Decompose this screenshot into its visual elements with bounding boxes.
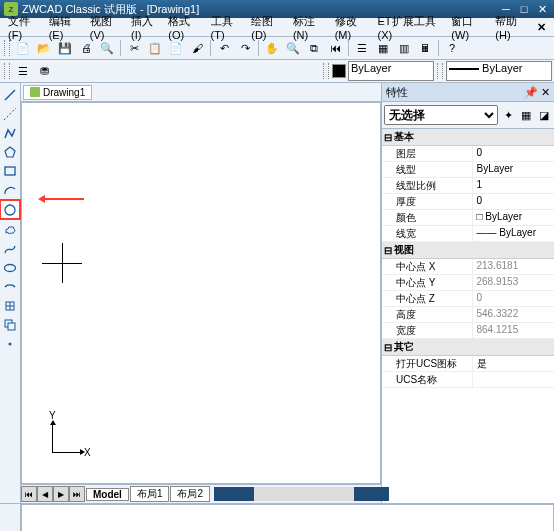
menu-tools[interactable]: 工具(T) [207, 14, 248, 41]
prop-row[interactable]: 线宽—— ByLayer [382, 226, 554, 242]
matchprop-icon[interactable]: 🖌 [187, 38, 207, 58]
layout-tab-1[interactable]: 布局1 [130, 486, 170, 502]
polyline-icon[interactable] [0, 123, 20, 142]
arc-icon[interactable] [0, 180, 20, 199]
menu-dimension[interactable]: 标注(N) [289, 14, 331, 41]
redo-icon[interactable]: ↷ [235, 38, 255, 58]
zoom-icon[interactable]: 🔍 [283, 38, 303, 58]
color-control[interactable]: ByLayer [332, 61, 434, 81]
toolbar-handle[interactable] [4, 63, 10, 79]
close-button[interactable]: ✕ [534, 2, 550, 16]
properties-grid[interactable]: ⊟基本图层0线型ByLayer线型比例1厚度0颜色□ ByLayer线宽—— B… [382, 129, 554, 503]
calc-icon[interactable]: 🖩 [415, 38, 435, 58]
print-icon[interactable]: 🖨 [76, 38, 96, 58]
prop-row[interactable]: 线型比例1 [382, 178, 554, 194]
pickadd-icon[interactable]: ◪ [536, 107, 552, 123]
toolbar-handle[interactable] [437, 63, 443, 79]
mdi-close-button[interactable]: ✕ [533, 21, 550, 34]
tab-nav-first-icon[interactable]: ⏮ [21, 486, 37, 502]
zoom-prev-icon[interactable]: ⏮ [325, 38, 345, 58]
prop-value[interactable]: 0 [473, 146, 555, 161]
zoom-window-icon[interactable]: ⧉ [304, 38, 324, 58]
linetype-combo[interactable]: ByLayer [446, 61, 552, 81]
constructionline-icon[interactable] [0, 104, 20, 123]
point-icon[interactable] [0, 334, 20, 353]
selectobjects-icon[interactable]: ▦ [518, 107, 534, 123]
hscrollbar[interactable] [214, 487, 381, 501]
pan-icon[interactable]: ✋ [262, 38, 282, 58]
tab-nav-next-icon[interactable]: ▶ [53, 486, 69, 502]
menu-format[interactable]: 格式(O) [164, 14, 206, 41]
model-tab[interactable]: Model [86, 488, 129, 501]
undo-icon[interactable]: ↶ [214, 38, 234, 58]
command-history[interactable] [21, 504, 554, 531]
prop-value[interactable]: □ ByLayer [473, 210, 555, 225]
menu-draw[interactable]: 绘图(D) [247, 14, 289, 41]
expand-icon[interactable]: ⊟ [384, 342, 394, 353]
circle-icon[interactable] [0, 199, 21, 220]
prop-group-header[interactable]: ⊟基本 [382, 129, 554, 146]
layer-manager-icon[interactable]: ☰ [13, 61, 33, 81]
preview-icon[interactable]: 🔍 [97, 38, 117, 58]
paste-icon[interactable]: 📄 [166, 38, 186, 58]
polygon-icon[interactable] [0, 142, 20, 161]
drawing-tab[interactable]: Drawing1 [23, 85, 92, 100]
drawing-canvas[interactable]: Y X [21, 102, 381, 484]
panel-close-icon[interactable]: ✕ [541, 86, 550, 98]
prop-group-header[interactable]: ⊟视图 [382, 242, 554, 259]
cut-icon[interactable]: ✂ [124, 38, 144, 58]
quickselect-icon[interactable]: ✦ [500, 107, 516, 123]
line-icon[interactable] [0, 85, 20, 104]
save-icon[interactable]: 💾 [55, 38, 75, 58]
prop-value[interactable]: 1 [473, 178, 555, 193]
menu-view[interactable]: 视图(V) [86, 14, 127, 41]
designcenter-icon[interactable]: ▦ [373, 38, 393, 58]
tab-nav-prev-icon[interactable]: ◀ [37, 486, 53, 502]
tab-nav-last-icon[interactable]: ⏭ [69, 486, 85, 502]
prop-row[interactable]: 厚度0 [382, 194, 554, 210]
copy-icon[interactable]: 📋 [145, 38, 165, 58]
prop-row[interactable]: 线型ByLayer [382, 162, 554, 178]
menu-edit[interactable]: 编辑(E) [45, 14, 86, 41]
menu-insert[interactable]: 插入(I) [127, 14, 164, 41]
prop-row[interactable]: 中心点 Y268.9153 [382, 275, 554, 291]
menu-file[interactable]: 文件(F) [4, 14, 45, 41]
toolbar-handle[interactable] [4, 40, 10, 56]
makeblock-icon[interactable] [0, 315, 20, 334]
prop-value[interactable]: 是 [473, 356, 555, 371]
toolpalette-icon[interactable]: ▥ [394, 38, 414, 58]
ellipsearc-icon[interactable] [0, 277, 20, 296]
prop-row[interactable]: 颜色□ ByLayer [382, 210, 554, 226]
prop-row[interactable]: 图层0 [382, 146, 554, 162]
prop-group-header[interactable]: ⊟其它 [382, 339, 554, 356]
expand-icon[interactable]: ⊟ [384, 245, 394, 256]
linetype-control[interactable]: ByLayer [446, 61, 552, 81]
rectangle-icon[interactable] [0, 161, 20, 180]
toolbar-handle[interactable] [323, 63, 329, 79]
prop-row[interactable]: 高度546.3322 [382, 307, 554, 323]
menu-modify[interactable]: 修改(M) [331, 14, 374, 41]
properties-icon[interactable]: ☰ [352, 38, 372, 58]
prop-value[interactable] [473, 372, 555, 387]
new-icon[interactable]: 📄 [13, 38, 33, 58]
open-icon[interactable]: 📂 [34, 38, 54, 58]
selection-combo[interactable]: 无选择 [384, 105, 498, 125]
prop-row[interactable]: 宽度864.1215 [382, 323, 554, 339]
prop-row[interactable]: 中心点 X213.6181 [382, 259, 554, 275]
help-icon[interactable]: ? [442, 38, 462, 58]
prop-value[interactable]: 0 [473, 194, 555, 209]
menu-et[interactable]: ET扩展工具(X) [374, 14, 448, 41]
layout-tab-2[interactable]: 布局2 [170, 486, 210, 502]
revcloud-icon[interactable] [0, 220, 20, 239]
menu-window[interactable]: 窗口(W) [447, 14, 491, 41]
prop-row[interactable]: UCS名称 [382, 372, 554, 388]
expand-icon[interactable]: ⊟ [384, 132, 394, 143]
ellipse-icon[interactable] [0, 258, 20, 277]
prop-value[interactable]: —— ByLayer [473, 226, 555, 241]
insertblock-icon[interactable] [0, 296, 20, 315]
layer-states-icon[interactable]: ⛃ [34, 61, 54, 81]
menu-help[interactable]: 帮助(H) [491, 14, 533, 41]
prop-value[interactable]: ByLayer [473, 162, 555, 177]
color-combo[interactable]: ByLayer [348, 61, 434, 81]
spline-icon[interactable] [0, 239, 20, 258]
